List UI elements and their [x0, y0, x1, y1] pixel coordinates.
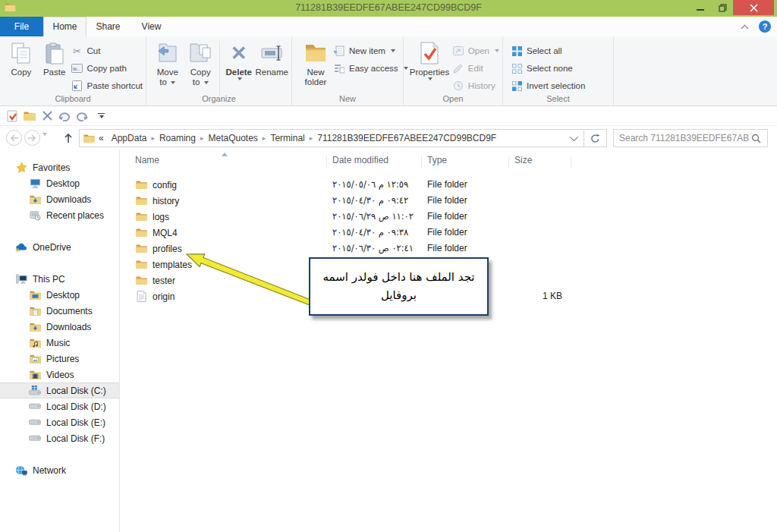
- close-button[interactable]: [733, 0, 774, 15]
- search-input[interactable]: [619, 133, 750, 143]
- sidebar-item-local-disk-d[interactable]: Local Disk (D:): [0, 398, 119, 414]
- restore-button[interactable]: [712, 0, 733, 15]
- pictures-folder-icon: [29, 353, 41, 365]
- select-all-button[interactable]: Select all: [511, 45, 585, 57]
- copy-button[interactable]: Copy: [5, 38, 38, 97]
- file-row-logs[interactable]: logs ٢٠١٥/٠٦/٢٩ ص ١١:٠٢ File folder: [126, 209, 777, 225]
- qat-properties-icon[interactable]: [6, 110, 18, 122]
- file-row-mql4[interactable]: MQL4 ٢٠١٥/٠٤/٣٠ م ٠٩:٣٨ File folder: [126, 225, 777, 241]
- properties-button[interactable]: Properties: [408, 38, 451, 97]
- refresh-button[interactable]: [584, 129, 607, 147]
- search-icon[interactable]: [750, 132, 762, 144]
- address-dropdown-icon[interactable]: [570, 133, 578, 141]
- delete-button[interactable]: ✕ Delete: [222, 38, 256, 96]
- sidebar-item-local-disk-c[interactable]: Local Disk (C:): [0, 382, 119, 398]
- ribbon-group-organize: Move to Copy to ✕ Delete: [146, 36, 292, 105]
- text-file-icon: [135, 291, 147, 303]
- rename-button[interactable]: Rename: [256, 38, 289, 96]
- new-folder-button[interactable]: New folder: [303, 38, 329, 87]
- videos-folder-icon: [29, 369, 41, 381]
- breadcrumb-appdata[interactable]: AppData: [108, 133, 151, 143]
- copy-path-button[interactable]: w.. Copy path: [71, 62, 143, 74]
- sidebar-item-music[interactable]: Music: [0, 335, 119, 351]
- tab-share[interactable]: Share: [87, 17, 130, 36]
- recent-locations-icon[interactable]: [42, 136, 47, 146]
- help-icon[interactable]: ?: [759, 20, 771, 33]
- sidebar-item-downloads[interactable]: Downloads: [0, 319, 119, 335]
- collapse-ribbon-icon[interactable]: [742, 23, 753, 32]
- sidebar-item-downloads-fav[interactable]: Downloads: [0, 191, 119, 207]
- qat-new-folder-icon[interactable]: [24, 110, 36, 122]
- sidebar-item-favorites[interactable]: Favorites: [0, 159, 119, 175]
- title-bar: 711281B39EEDFE67ABEE247CD99BCD9F: [0, 0, 777, 17]
- qat-undo-icon[interactable]: [76, 110, 88, 122]
- forward-button[interactable]: [24, 130, 40, 146]
- column-separator[interactable]: [571, 156, 571, 168]
- column-header-type[interactable]: Type: [427, 155, 447, 172]
- qat-customize-menu-icon[interactable]: [98, 113, 105, 119]
- sidebar-item-local-disk-f[interactable]: Local Disk (F:): [0, 430, 119, 446]
- breadcrumb-terminal-id[interactable]: 711281B39EEDFE67ABEE247CD99BCD9F: [313, 133, 500, 143]
- up-button[interactable]: [61, 131, 76, 146]
- qat-redo-icon[interactable]: [58, 110, 71, 122]
- easy-access-button[interactable]: Easy access: [333, 62, 408, 74]
- sidebar-item-local-disk-e[interactable]: Local Disk (E:): [0, 414, 119, 430]
- tab-file[interactable]: File: [0, 17, 43, 36]
- folder-icon: [135, 195, 147, 207]
- column-separator[interactable]: [326, 156, 327, 168]
- documents-folder-icon: [29, 305, 41, 317]
- window-title: 711281B39EEDFE67ABEE247CD99BCD9F: [0, 2, 777, 13]
- explorer-window: 711281B39EEDFE67ABEE247CD99BCD9F File Ho…: [0, 0, 777, 532]
- breadcrumb-overflow[interactable]: «: [95, 133, 108, 143]
- file-row-history[interactable]: history ٢٠١٥/٠٤/٣٠ م ٠٩:٤٢ File folder: [126, 193, 777, 209]
- column-separator[interactable]: [421, 156, 422, 168]
- breadcrumb-terminal[interactable]: Terminal: [266, 133, 308, 143]
- sidebar-item-network[interactable]: Network: [0, 462, 119, 478]
- tab-home[interactable]: Home: [43, 17, 87, 36]
- ribbon-group-select: Select all Select none Invert selection: [503, 36, 614, 105]
- paste-shortcut-button[interactable]: Paste shortcut: [71, 80, 143, 92]
- select-none-button[interactable]: Select none: [511, 62, 585, 74]
- column-header-name[interactable]: Name: [135, 155, 159, 172]
- sidebar-item-desktop-fav[interactable]: Desktop: [0, 175, 119, 191]
- sidebar-item-documents[interactable]: Documents: [0, 303, 119, 319]
- sidebar-item-desktop[interactable]: Desktop: [0, 287, 119, 303]
- sidebar-item-pictures[interactable]: Pictures: [0, 351, 119, 367]
- sidebar-item-onedrive[interactable]: OneDrive: [0, 239, 119, 255]
- move-to-button[interactable]: Move to: [151, 38, 184, 96]
- downloads-folder-icon: [29, 321, 41, 333]
- breadcrumb-metaquotes[interactable]: MetaQuotes: [204, 133, 261, 143]
- downloads-folder-icon: [29, 194, 41, 206]
- ribbon: Copy Paste ✂ Cut w..: [0, 36, 777, 106]
- history-button: History: [452, 80, 499, 92]
- clipboard-group-label: Clipboard: [0, 94, 146, 103]
- column-separator[interactable]: [508, 156, 509, 168]
- qat-delete-icon[interactable]: [41, 110, 53, 122]
- copy-to-button[interactable]: Copy to: [184, 38, 218, 96]
- minimize-button[interactable]: [689, 0, 712, 15]
- svg-text:w..: w..: [72, 66, 80, 71]
- cut-button[interactable]: ✂ Cut: [71, 45, 143, 57]
- address-folder-icon: [83, 132, 95, 144]
- address-bar[interactable]: « AppData ▸ Roaming ▸ MetaQuotes ▸ Termi…: [79, 129, 584, 147]
- file-row-config[interactable]: config ٢٠١٥/٠٥/٠٦ م ١٢:٥٩ File folder: [126, 177, 777, 193]
- ribbon-tab-bar: File Home Share View ?: [0, 17, 777, 36]
- column-header-date-modified[interactable]: Date modified: [332, 155, 388, 172]
- quick-access-toolbar: [0, 106, 777, 126]
- file-type: File folder: [427, 243, 467, 253]
- tab-view[interactable]: View: [130, 17, 173, 36]
- folder-icon: [135, 275, 147, 287]
- edit-button: Edit: [452, 62, 499, 74]
- paste-button[interactable]: Paste: [38, 38, 71, 97]
- sidebar-item-videos[interactable]: Videos: [0, 367, 119, 382]
- back-button[interactable]: [6, 130, 22, 146]
- folder-icon: [135, 243, 147, 255]
- navigation-pane: Favorites Desktop Downloads Recent place…: [0, 150, 120, 532]
- new-item-button[interactable]: New item: [333, 45, 408, 57]
- sidebar-gap: [0, 223, 119, 239]
- invert-selection-button[interactable]: Invert selection: [511, 80, 585, 92]
- breadcrumb-roaming[interactable]: Roaming: [156, 133, 200, 143]
- sidebar-item-this-pc[interactable]: This PC: [0, 271, 119, 287]
- column-header-size[interactable]: Size: [514, 155, 532, 172]
- sidebar-item-recent-places[interactable]: Recent places: [0, 207, 119, 223]
